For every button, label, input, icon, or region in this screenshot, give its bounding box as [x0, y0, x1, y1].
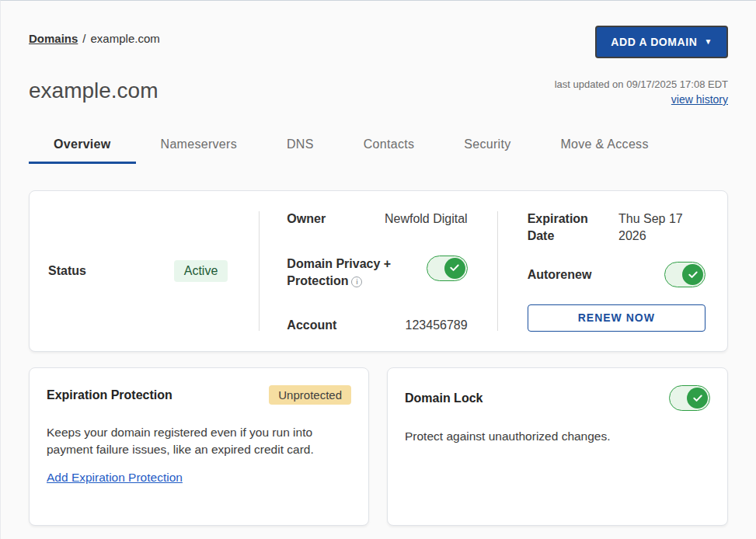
- check-icon: [682, 264, 703, 285]
- autorenew-row: Autorenew: [528, 262, 705, 287]
- page-title: example.com: [29, 75, 159, 106]
- overview-card: Status Active Owner Newfold Digital Doma…: [29, 190, 728, 352]
- expiration-protection-description: Keeps your domain registered even if you…: [47, 424, 351, 458]
- expiration-value: Thu Sep 17 2026: [618, 210, 705, 245]
- header: Domains/example.com ADD A DOMAIN ▼: [29, 26, 728, 58]
- bottom-cards: Expiration Protection Unprotected Keeps …: [29, 367, 728, 526]
- check-icon: [687, 388, 708, 409]
- title-row: example.com last updated on 09/17/2025 1…: [29, 75, 728, 106]
- account-label: Account: [287, 317, 336, 334]
- breadcrumb: Domains/example.com: [29, 32, 160, 45]
- tab-overview[interactable]: Overview: [29, 128, 136, 164]
- expiration-row: Expiration Date Thu Sep 17 2026: [528, 210, 705, 245]
- view-history-link[interactable]: view history: [671, 93, 728, 106]
- account-value: 123456789: [406, 317, 468, 334]
- renewal-section: Expiration Date Thu Sep 17 2026 Autorene…: [498, 191, 727, 351]
- domain-lock-description: Protect against unauthorized changes.: [405, 428, 710, 445]
- tab-nameservers[interactable]: Nameservers: [136, 128, 262, 164]
- owner-row: Owner Newfold Digital: [287, 210, 467, 228]
- domain-detail-page: Domains/example.com ADD A DOMAIN ▼ examp…: [1, 1, 756, 539]
- status-badge: Active: [174, 260, 228, 282]
- updated-block: last updated on 09/17/2025 17:08 EDT vie…: [555, 78, 728, 106]
- breadcrumb-domains-link[interactable]: Domains: [29, 32, 78, 45]
- expiration-protection-header: Expiration Protection Unprotected: [47, 385, 351, 405]
- domain-lock-toggle[interactable]: [669, 385, 710, 411]
- tab-contacts[interactable]: Contacts: [339, 128, 440, 164]
- add-domain-button[interactable]: ADD A DOMAIN ▼: [595, 26, 728, 58]
- domain-lock-card: Domain Lock Protect against unauthorized…: [387, 367, 728, 526]
- chevron-down-icon: ▼: [705, 38, 713, 46]
- ownership-section: Owner Newfold Digital Domain Privacy + P…: [260, 191, 496, 351]
- privacy-row: Domain Privacy + Protectioni: [287, 256, 467, 290]
- expiration-label: Expiration Date: [528, 210, 615, 245]
- owner-value: Newfold Digital: [385, 210, 468, 228]
- add-domain-button-label: ADD A DOMAIN: [611, 36, 697, 48]
- status-section: Status Active: [30, 191, 259, 351]
- check-icon: [444, 258, 465, 279]
- tab-security[interactable]: Security: [439, 128, 535, 164]
- expiration-protection-title: Expiration Protection: [47, 388, 172, 402]
- privacy-label: Domain Privacy + Protectioni: [287, 256, 411, 290]
- account-row: Account 123456789: [287, 317, 467, 334]
- domain-lock-header: Domain Lock: [405, 385, 710, 411]
- tab-bar: Overview Nameservers DNS Contacts Securi…: [29, 128, 728, 164]
- tab-dns[interactable]: DNS: [262, 128, 339, 164]
- status-label: Status: [48, 263, 86, 280]
- domain-privacy-toggle[interactable]: [427, 256, 468, 281]
- info-icon[interactable]: i: [351, 276, 362, 287]
- autorenew-toggle[interactable]: [664, 262, 705, 287]
- renew-now-button[interactable]: RENEW NOW: [528, 304, 705, 332]
- unprotected-badge: Unprotected: [269, 385, 351, 405]
- breadcrumb-separator: /: [82, 32, 85, 45]
- owner-label: Owner: [287, 210, 326, 228]
- tab-move-access[interactable]: Move & Access: [535, 128, 673, 164]
- last-updated-text: last updated on 09/17/2025 17:08 EDT: [555, 78, 728, 90]
- autorenew-label: Autorenew: [528, 266, 592, 283]
- domain-lock-title: Domain Lock: [405, 391, 483, 405]
- expiration-protection-card: Expiration Protection Unprotected Keeps …: [29, 367, 369, 526]
- breadcrumb-current: example.com: [91, 32, 160, 45]
- add-expiration-protection-link[interactable]: Add Expiration Protection: [47, 471, 183, 485]
